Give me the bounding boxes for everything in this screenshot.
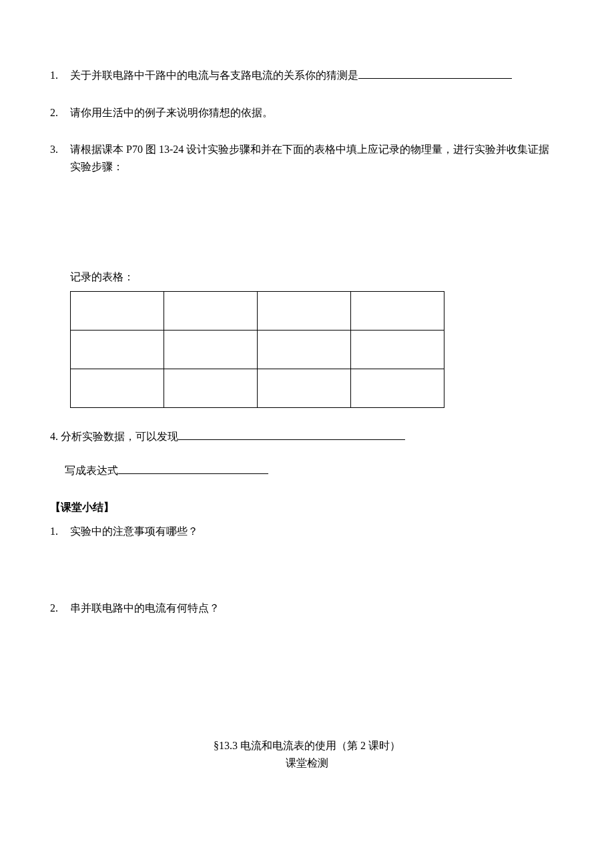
fill-blank [118, 473, 268, 474]
question-text: 请你用生活中的例子来说明你猜想的依据。 [70, 107, 273, 118]
item-number: 2. [50, 104, 70, 122]
question-text: 实验中的注意事项有哪些？ [70, 525, 198, 537]
question-text: 串并联电路中的电流有何特点？ [70, 602, 220, 614]
fill-blank [358, 78, 512, 79]
summary-question-2: 2. 串并联电路中的电流有何特点？ [50, 600, 564, 617]
question-2: 2. 请你用生活中的例子来说明你猜想的依据。 [50, 104, 564, 122]
table-cell [351, 330, 444, 369]
item-content: 请根据课本 P70 图 13-24 设计实验步骤和并在下面的表格中填上应记录的物… [70, 141, 564, 175]
table-cell [71, 291, 164, 330]
table-cell [258, 369, 351, 407]
summary-heading: 【课堂小结】 [50, 499, 564, 516]
footer-subtitle: 课堂检测 [50, 754, 564, 772]
question-text-line1: 请根据课本 P70 图 13-24 设计实验步骤和并在下面的表格中填上应记录的物… [70, 141, 564, 158]
item-number: 3. [50, 141, 70, 175]
item-content: 串并联电路中的电流有何特点？ [70, 600, 564, 617]
question-text-line2: 实验步骤： [70, 158, 564, 176]
table-row [71, 330, 444, 369]
item-number: 2. [50, 600, 70, 617]
question-text: 关于并联电路中干路中的电流与各支路电流的关系你的猜测是 [70, 69, 358, 81]
item-content: 请你用生活中的例子来说明你猜想的依据。 [70, 104, 564, 122]
table-label: 记录的表格： [70, 268, 564, 286]
table-cell [164, 369, 258, 407]
table-cell [71, 369, 164, 407]
fill-blank [178, 439, 405, 440]
question-4: 4. 分析实验数据，可以发现 [50, 428, 564, 445]
item-number: 1. [50, 67, 70, 84]
table-row [71, 369, 444, 407]
footer-title: §13.3 电流和电流表的使用（第 2 课时） [50, 737, 564, 754]
question-3: 3. 请根据课本 P70 图 13-24 设计实验步骤和并在下面的表格中填上应记… [50, 141, 564, 175]
record-table [70, 291, 444, 408]
table-cell [164, 330, 258, 369]
question-text: 4. 分析实验数据，可以发现 [50, 431, 178, 442]
summary-question-1: 1. 实验中的注意事项有哪些？ [50, 523, 564, 540]
item-content: 关于并联电路中干路中的电流与各支路电流的关系你的猜测是 [70, 67, 564, 84]
table-cell [351, 369, 444, 407]
table-cell [258, 291, 351, 330]
item-content: 实验中的注意事项有哪些？ [70, 523, 564, 540]
expression-line: 写成表达式 [65, 462, 564, 479]
table-cell [71, 330, 164, 369]
table-cell [164, 291, 258, 330]
table-cell [258, 330, 351, 369]
table-cell [351, 291, 444, 330]
question-1: 1. 关于并联电路中干路中的电流与各支路电流的关系你的猜测是 [50, 67, 564, 84]
table-row [71, 291, 444, 330]
expression-label: 写成表达式 [65, 465, 118, 476]
item-number: 1. [50, 523, 70, 540]
